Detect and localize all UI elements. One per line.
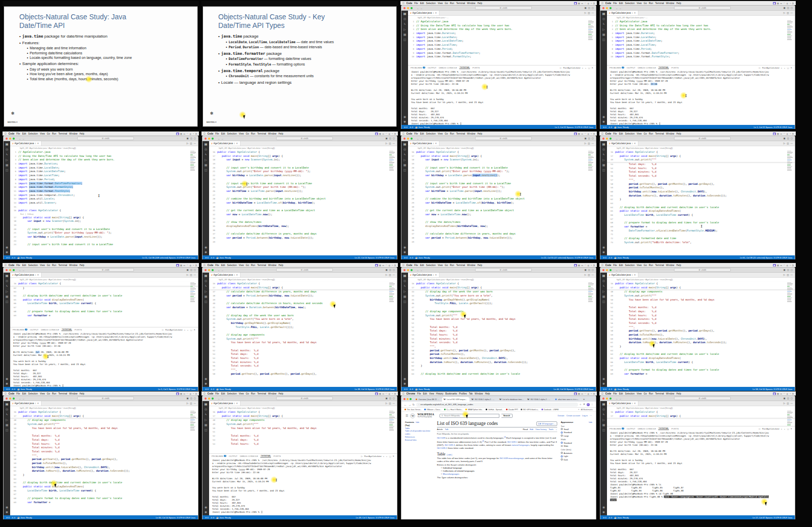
code-text[interactable]: LocalDateTime birth, LocalDateTime curre…: [18, 489, 96, 493]
tab-close-icon[interactable]: ✕: [634, 274, 636, 276]
errors-indicator[interactable]: ⊘ 0: [205, 388, 209, 390]
menu-edit[interactable]: Edit: [221, 392, 225, 395]
code-text[interactable]: System.out.print("Enter your birth time …: [416, 185, 505, 189]
terminal-output[interactable]: (base) pauldeitel@MacBook-Pro ch05 % /us…: [209, 458, 397, 515]
toggle-panel-icon[interactable]: ▣: [187, 137, 189, 140]
tab-close-icon[interactable]: ✕: [435, 12, 437, 14]
code-text[interactable]: """,: [615, 178, 635, 182]
command-center-search[interactable]: ⊙ch05: [276, 397, 333, 400]
source-control-icon[interactable]: ϟ: [205, 153, 207, 156]
editor-tab-active[interactable]: JAgeCalculator.java1✕: [607, 273, 638, 277]
clock-icon[interactable]: ◷: [394, 392, 396, 395]
menu-file[interactable]: File: [613, 264, 617, 267]
code-text[interactable]: var period = Period.between(birthday, no…: [217, 236, 314, 240]
code-text[interactable]: public static void main(String[] args) {: [217, 286, 283, 290]
zoom-traffic-light[interactable]: [212, 138, 214, 140]
code-text[interactable]: public static void displayDatesAndTimes(: [18, 485, 84, 489]
history-nav-arrows[interactable]: ← →: [417, 7, 422, 10]
customize-layout-icon[interactable]: ▢: [592, 137, 594, 140]
toc-item[interactable]: Table of all possible two-letter codes: [405, 430, 433, 436]
apple-menu-icon[interactable]: : [402, 133, 404, 135]
maximize-panel-icon[interactable]: ▢: [389, 455, 391, 457]
menu-help[interactable]: Help: [478, 264, 482, 267]
explorer-icon[interactable]: ▤: [602, 274, 605, 277]
code-text[interactable]: // AgeCalculator.java: [615, 20, 647, 24]
code-text[interactable]: period.toTotalMonths(),: [615, 186, 664, 190]
code-text[interactable]: // prepare format to display dates and t…: [615, 221, 719, 225]
code-text[interactable]: // input user's birth time and convert i…: [416, 182, 511, 186]
appearance-option-small[interactable]: Small: [561, 428, 592, 431]
status-right[interactable]: Ln 44, Col 10 Spaces: 3 UTF-8 CRLF Java: [554, 388, 593, 390]
tab-article[interactable]: Article: [437, 428, 443, 431]
menu-run[interactable]: Run: [450, 133, 454, 135]
code-text[interactable]: import java.time.format.TextStyle;: [18, 189, 70, 193]
code-text[interactable]: TextStyle.FULL, Locale.getDefault()));: [217, 325, 294, 330]
menu-file[interactable]: File: [215, 264, 219, 267]
java-status[interactable]: ☕ Java: Ready: [216, 516, 231, 519]
tab-close-icon[interactable]: ✕: [37, 402, 39, 405]
errors-indicator[interactable]: ⊘ 0: [6, 256, 10, 259]
code-text[interactable]: public class AgeCalculator {: [217, 282, 260, 286]
menu-window[interactable]: Window: [666, 264, 674, 267]
code-text[interactable]: System.out.printf(""": [615, 158, 656, 162]
menu-edit[interactable]: Edit: [22, 392, 26, 395]
code-text[interactable]: import java.time.Duration;: [18, 162, 58, 166]
warnings-indicator[interactable]: ⚠ 0: [12, 516, 15, 519]
editor-tab-active[interactable]: JAgeCalculator.java1✕: [10, 141, 42, 146]
clock-icon[interactable]: ◷: [195, 133, 197, 135]
screen-recording-icon[interactable]: ▣: [773, 2, 776, 5]
editor-tab-active[interactable]: JAgeCalculator.java1✕: [607, 11, 638, 15]
split-editor-icon[interactable]: ◫: [190, 397, 192, 400]
code-text[interactable]: Total days: %,d: [615, 310, 656, 314]
testing-icon[interactable]: ◫: [602, 300, 605, 303]
toggle-panel-icon[interactable]: ▣: [585, 7, 587, 9]
menu-terminal[interactable]: Terminal: [655, 264, 664, 267]
close-traffic-light[interactable]: [205, 269, 207, 271]
customize-layout-icon[interactable]: ▢: [393, 269, 395, 271]
panel-tab-debug-console[interactable]: DEBUG CONSOLE: [240, 455, 258, 457]
testing-icon[interactable]: ◫: [6, 429, 9, 432]
apple-menu-icon[interactable]: : [601, 264, 603, 267]
close-panel-icon[interactable]: ✕: [393, 455, 394, 457]
browser-tab[interactable]: Overview (Java SE 21 & JD...: [414, 397, 442, 402]
extensions-icon[interactable]: ▦: [602, 423, 605, 426]
menu-edit[interactable]: Edit: [22, 133, 26, 135]
menu-terminal[interactable]: Terminal: [58, 264, 67, 267]
display-icon[interactable]: ▤: [180, 264, 182, 267]
code-text[interactable]: System.out.printf(""": [416, 314, 457, 318]
code-editor[interactable]: 16public class AgeCalculator {17 public …: [607, 281, 795, 387]
menu-run[interactable]: Run: [450, 264, 454, 267]
menu-edit[interactable]: Edit: [221, 264, 225, 267]
search-icon[interactable]: ◎: [6, 148, 8, 151]
code-text[interactable]: // show the dates/times: [217, 220, 261, 224]
menu-selection[interactable]: Selection: [227, 133, 237, 135]
zoom-traffic-light[interactable]: [610, 7, 612, 9]
menu-help[interactable]: Help: [676, 392, 681, 395]
testing-icon[interactable]: ◫: [602, 429, 605, 432]
panel-tab-output[interactable]: OUTPUT: [30, 328, 39, 331]
tab-close-icon[interactable]: ✕: [236, 402, 238, 405]
code-text[interactable]: import java.time.format.DateTimeFormatte…: [416, 51, 480, 55]
menu-run[interactable]: Run: [649, 133, 653, 135]
split-editor-icon[interactable]: ◫: [389, 269, 391, 271]
code-text[interactable]: var birthday = LocalDate.parse(input.nex…: [18, 235, 103, 239]
code-text[interactable]: public static void main(String[] args) {: [217, 414, 283, 418]
wiki-top-link-create-account[interactable]: Create account: [566, 414, 580, 417]
more-actions-icon[interactable]: ⋯: [194, 142, 196, 145]
terminal-output[interactable]: (base) pauldeitel@MacBook-Pro ch05 % /us…: [10, 332, 198, 387]
split-editor-icon[interactable]: ◫: [787, 397, 789, 400]
toc-item[interactable]: External links: [405, 439, 433, 442]
command-center-search[interactable]: ⊙ch05: [475, 6, 532, 10]
toggle-panel-icon[interactable]: ▣: [585, 269, 587, 271]
account-icon[interactable]: ◉: [403, 246, 406, 249]
wiki-link[interactable]: Macrolanguages: [443, 473, 459, 476]
code-text[interactable]: // display formatted date and time: [615, 237, 676, 241]
clock-icon[interactable]: ◷: [593, 133, 595, 135]
apple-menu-icon[interactable]: : [204, 392, 206, 395]
hamburger-menu-icon[interactable]: ☰: [405, 414, 408, 417]
menu-selection[interactable]: Selection: [625, 2, 635, 5]
history-nav-arrows[interactable]: ← →: [616, 269, 621, 272]
testing-icon[interactable]: ◫: [205, 169, 208, 172]
menu-window[interactable]: Window: [475, 392, 483, 395]
wiki-link[interactable]: ISO 639-3: [445, 444, 455, 446]
